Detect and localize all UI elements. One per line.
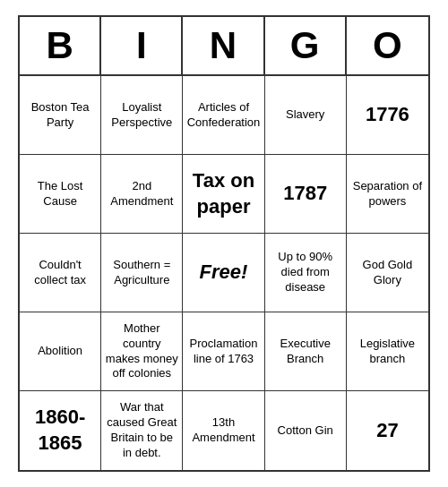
- bingo-letter-g: G: [265, 17, 347, 74]
- bingo-cell-17[interactable]: Proclamation line of 1763: [183, 312, 264, 391]
- bingo-cell-6[interactable]: 2nd Amendment: [101, 155, 183, 234]
- bingo-cell-0[interactable]: Boston Tea Party: [20, 76, 101, 155]
- bingo-cell-15[interactable]: Abolition: [20, 312, 101, 391]
- bingo-cell-5[interactable]: The Lost Cause: [20, 155, 101, 234]
- bingo-letter-n: N: [183, 17, 264, 74]
- bingo-cell-24[interactable]: 27: [347, 391, 428, 470]
- bingo-cell-10[interactable]: Couldn't collect tax: [20, 234, 101, 312]
- bingo-cell-8[interactable]: 1787: [265, 155, 347, 234]
- bingo-cell-2[interactable]: Articles of Confederation: [183, 76, 264, 155]
- bingo-cell-1[interactable]: Loyalist Perspective: [101, 76, 183, 155]
- bingo-cell-11[interactable]: Southern = Agriculture: [101, 234, 183, 312]
- bingo-header: BINGO: [20, 17, 428, 76]
- bingo-card: BINGO Boston Tea PartyLoyalist Perspecti…: [18, 15, 430, 472]
- bingo-letter-o: O: [347, 17, 428, 74]
- bingo-cell-16[interactable]: Mother country makes money off colonies: [101, 312, 183, 391]
- bingo-cell-13[interactable]: Up to 90% died from disease: [265, 234, 347, 312]
- bingo-cell-7[interactable]: Tax on paper: [183, 155, 264, 234]
- bingo-letter-b: B: [20, 17, 101, 74]
- bingo-cell-18[interactable]: Executive Branch: [265, 312, 347, 391]
- bingo-cell-23[interactable]: Cotton Gin: [265, 391, 347, 470]
- bingo-cell-12[interactable]: Free!: [183, 234, 264, 312]
- bingo-cell-9[interactable]: Separation of powers: [347, 155, 428, 234]
- bingo-cell-19[interactable]: Legislative branch: [347, 312, 428, 391]
- bingo-cell-4[interactable]: 1776: [347, 76, 428, 155]
- bingo-cell-3[interactable]: Slavery: [265, 76, 347, 155]
- bingo-cell-22[interactable]: 13th Amendment: [183, 391, 264, 470]
- bingo-cell-21[interactable]: War that caused Great Britain to be in d…: [101, 391, 183, 470]
- bingo-grid: Boston Tea PartyLoyalist PerspectiveArti…: [20, 76, 428, 470]
- bingo-letter-i: I: [101, 17, 183, 74]
- bingo-cell-14[interactable]: God Gold Glory: [347, 234, 428, 312]
- bingo-cell-20[interactable]: 1860-1865: [20, 391, 101, 470]
